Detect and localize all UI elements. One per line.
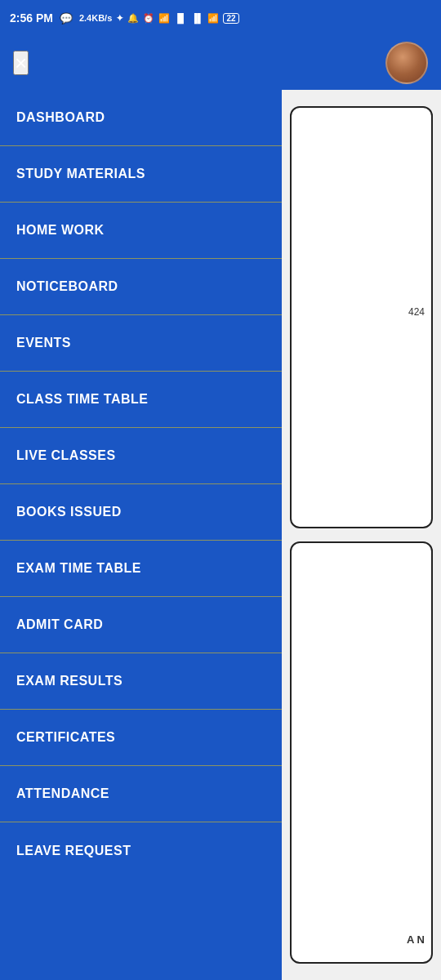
sidebar-item-exam-results[interactable]: EXAM RESULTS (0, 653, 282, 710)
app-header: × (0, 36, 441, 90)
alarm-icon: 🔔 (127, 13, 139, 24)
sidebar-item-attendance[interactable]: ATTENDANCE (0, 766, 282, 822)
sidebar-item-events[interactable]: EVENTS (0, 315, 282, 372)
card-top: 424 (290, 106, 433, 528)
status-time: 2:56 PM (10, 11, 53, 24)
clock-icon: ⏰ (143, 13, 154, 24)
sidebar-item-exam-time-table[interactable]: EXAM TIME TABLE (0, 541, 282, 597)
sidebar-item-live-classes[interactable]: LIVE CLASSES (0, 428, 282, 484)
close-button[interactable]: × (13, 51, 29, 75)
sidebar-item-admit-card[interactable]: ADMIT CARD (0, 597, 282, 653)
sidebar-nav: DASHBOARD STUDY MATERIALS HOME WORK NOTI… (0, 90, 282, 980)
sidebar-item-noticeboard[interactable]: NOTICEBOARD (0, 259, 282, 315)
card-bottom: A N (290, 541, 433, 964)
sidebar-item-dashboard[interactable]: DASHBOARD (0, 90, 282, 146)
right-panel: 424 A N (282, 90, 441, 980)
sim-icon: 📶 (158, 13, 170, 24)
wifi-icon: 📶 (207, 13, 219, 24)
sidebar-item-study-materials[interactable]: STUDY MATERIALS (0, 146, 282, 203)
whatsapp-icon: 💬 (60, 12, 73, 24)
card-an-text: A N (407, 933, 425, 946)
card-number: 424 (408, 306, 425, 318)
sidebar-item-home-work[interactable]: HOME WORK (0, 203, 282, 259)
signal-icon2: ▐▌ (191, 13, 204, 23)
bluetooth-icon: ✦ (116, 13, 123, 24)
status-icons: 2.4KB/s ✦ 🔔 ⏰ 📶 ▐▌ ▐▌ 📶 22 (79, 13, 239, 24)
main-container: DASHBOARD STUDY MATERIALS HOME WORK NOTI… (0, 90, 441, 980)
signal-icon1: ▐▌ (174, 13, 187, 23)
avatar[interactable] (385, 42, 428, 84)
speed-indicator: 2.4KB/s (79, 13, 112, 23)
sidebar-item-class-time-table[interactable]: CLASS TIME TABLE (0, 372, 282, 428)
sidebar-item-books-issued[interactable]: BOOKS ISSUED (0, 484, 282, 541)
battery-icon: 22 (223, 13, 238, 24)
sidebar-item-certificates[interactable]: CERTIFICATES (0, 710, 282, 766)
sidebar-item-leave-request[interactable]: LEAVE REQUEST (0, 822, 282, 879)
status-bar: 2:56 PM 💬 2.4KB/s ✦ 🔔 ⏰ 📶 ▐▌ ▐▌ 📶 22 (0, 0, 441, 36)
